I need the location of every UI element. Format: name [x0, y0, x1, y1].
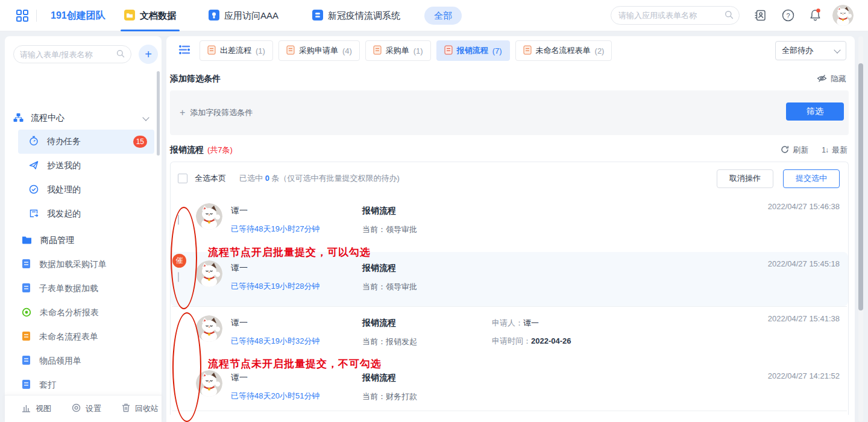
batch-toolbar: 全选本页 已选中 0 条（仅可选中有批量提交权限的待办) 取消操作 提交选中: [171, 162, 848, 195]
tab-reimbursement-flow[interactable]: 报销流程(7): [436, 40, 510, 61]
select-all-checkbox[interactable]: [178, 174, 187, 183]
tab-count: (7): [492, 46, 502, 55]
selected-count: 0: [265, 174, 269, 183]
recycle-bin-button[interactable]: 回收站: [122, 403, 159, 414]
sidebar-search[interactable]: [13, 45, 131, 63]
app-icon: [312, 10, 323, 22]
tab-label: 采购申请单: [299, 45, 338, 56]
help-icon[interactable]: ?: [782, 9, 794, 24]
sidebar-folder-goods[interactable]: 商品管理: [13, 229, 158, 252]
doc-icon-orange-outline: [523, 45, 532, 57]
sidebar-form-label: 子表单数据加载: [39, 283, 98, 294]
views-button[interactable]: 视图: [22, 403, 51, 414]
select-all-label: 全选本页: [195, 173, 226, 184]
sidebar-item-initiated-by-me[interactable]: 我发起的: [18, 202, 154, 226]
filter-button[interactable]: 筛选: [786, 102, 844, 121]
todo-row[interactable]: 谭一已等待48天19小时28分钟 报销流程当前：领导审批 2022/04/27 …: [171, 252, 848, 306]
tab-count: (2): [595, 46, 605, 55]
sidebar-item-cc-to-me[interactable]: 抄送我的: [18, 154, 154, 178]
settings-label: 设置: [86, 403, 101, 414]
waiting-duration: 已等待48天19小时28分钟: [231, 281, 362, 292]
app-icon: [209, 10, 219, 22]
sort-icon: 1↓: [822, 146, 828, 154]
notification-bell-icon[interactable]: [808, 8, 822, 24]
sidebar-form-label: 未命名流程表单: [39, 332, 98, 342]
add-button[interactable]: +: [139, 45, 158, 64]
row-checkbox[interactable]: [178, 272, 179, 282]
submit-selected-button[interactable]: 提交选中: [783, 169, 840, 188]
user-avatar[interactable]: [832, 5, 854, 26]
sidebar-form-subform-load[interactable]: 子表单数据加载: [13, 277, 158, 300]
refresh-button[interactable]: 刷新: [781, 145, 808, 156]
todo-filter-select[interactable]: 全部待办: [775, 41, 846, 60]
refresh-label: 刷新: [793, 145, 808, 156]
avatar: [196, 315, 222, 342]
apply-time-field: 申请时间：2022-04-26: [492, 336, 643, 347]
urge-badge[interactable]: 催: [172, 254, 186, 268]
sidebar-item-todo-tasks[interactable]: 待办任务 15: [18, 130, 154, 154]
cancel-action-button[interactable]: 取消操作: [717, 169, 773, 188]
sidebar-search-input[interactable]: [20, 50, 116, 59]
avatar: [196, 260, 222, 287]
filter-lines-icon[interactable]: [178, 45, 190, 57]
sidebar-form-data-load-po[interactable]: 数据加载采购订单: [13, 253, 158, 276]
chevron-down-icon: [142, 114, 149, 121]
contacts-icon[interactable]: [754, 9, 767, 24]
global-search-input[interactable]: [618, 11, 725, 20]
sidebar-report-unnamed-analysis[interactable]: 未命名分析报表: [13, 301, 158, 324]
settings-button[interactable]: 设置: [72, 403, 101, 414]
latest-label: 最新: [832, 145, 848, 156]
sidebar-form-label: 数据加载采购订单: [39, 259, 107, 270]
tab-count: (1): [256, 46, 265, 55]
list-title: 报销流程: [170, 145, 204, 156]
trash-icon: [122, 403, 130, 414]
sidebar-form-unnamed-flow[interactable]: 未命名流程表单: [13, 326, 158, 348]
app-tab-covid[interactable]: 新冠疫情流调系统: [312, 0, 400, 31]
global-search[interactable]: [611, 6, 740, 25]
sidebar-group-flow-center[interactable]: 流程中心: [13, 110, 153, 127]
sidebar-item-processed-by-me[interactable]: 我处理的: [18, 178, 154, 202]
current-node: 当前：领导审批: [362, 282, 492, 292]
tab-purchase-order[interactable]: 采购单(1): [365, 40, 431, 61]
sidebar-item-label: 待办任务: [47, 136, 81, 147]
tab-label: 出差流程: [220, 45, 251, 56]
header-divider: [36, 10, 37, 22]
tab-business-trip-flow[interactable]: 出差流程(1): [200, 40, 273, 61]
app-tab-docs[interactable]: 文档数据: [124, 0, 176, 31]
filter-header: 添加筛选条件 隐藏: [166, 65, 855, 88]
tab-purchase-request[interactable]: 采购申请单(4): [278, 40, 360, 61]
app-launcher-icon[interactable]: [16, 9, 29, 24]
main-scrollbar-thumb[interactable]: [858, 63, 863, 310]
hide-filter-button[interactable]: 隐藏: [817, 74, 846, 84]
add-field-filter-button[interactable]: + 添加字段筛选条件: [180, 107, 253, 118]
sidebar-form-label: 商品管理: [40, 235, 74, 246]
row-checkbox[interactable]: [178, 215, 179, 225]
form-tabs-row: 出差流程(1) 采购申请单(4) 采购单(1) 报销流程(7) 未命名流程表单(…: [166, 36, 855, 65]
eye-off-icon: [817, 74, 827, 84]
sort-latest-button[interactable]: 1↓ 最新: [822, 145, 848, 156]
views-label: 视图: [36, 403, 51, 414]
current-node: 当前：领导审批: [362, 224, 492, 235]
applicant-label: 申请人：: [492, 318, 523, 327]
sidebar: + 流程中心 待办任务 15 抄送我的 我处理的 我发起的 商品管理 数据加载采…: [5, 36, 162, 422]
todo-row[interactable]: 谭一已等待48天19小时27分钟 报销流程当前：领导审批 2022/04/27 …: [171, 195, 848, 252]
team-name[interactable]: 191创建团队: [51, 10, 105, 22]
doc-icon-orange-outline: [207, 45, 216, 57]
waiting-duration: 已等待48天19小时32分钟: [231, 336, 362, 347]
tab-unnamed-flow-form[interactable]: 未命名流程表单(2): [515, 40, 612, 61]
todo-row[interactable]: 谭一已等待48天20小时51分钟 报销流程当前：财务打款 2022/04/27 …: [171, 364, 848, 411]
sitemap-icon: [13, 113, 24, 124]
app-tab-label: 新冠疫情流调系统: [328, 10, 400, 22]
waiting-duration: 已等待48天20小时51分钟: [231, 391, 362, 402]
sidebar-footer: 视图 设置 回收站: [5, 395, 162, 422]
sidebar-form-print-template[interactable]: 套打: [13, 374, 158, 397]
sidebar-scrollbar[interactable]: [157, 71, 160, 156]
todo-row[interactable]: 谭一已等待48天19小时32分钟 报销流程当前：报销发起 申请人：谭一 申请时间…: [171, 307, 848, 364]
todo-list-card: 全选本页 已选中 0 条（仅可选中有批量提交权限的待办) 取消操作 提交选中 谭…: [170, 162, 849, 415]
chevron-down-icon: [834, 46, 840, 53]
sidebar-form-item-requisition[interactable]: 物品领用单: [13, 350, 158, 373]
all-apps-pill[interactable]: 全部: [424, 7, 462, 25]
refresh-icon: [781, 145, 789, 156]
app-tab-access[interactable]: 应用访问AAA: [209, 0, 278, 31]
doc-icon-blue: [22, 259, 31, 271]
